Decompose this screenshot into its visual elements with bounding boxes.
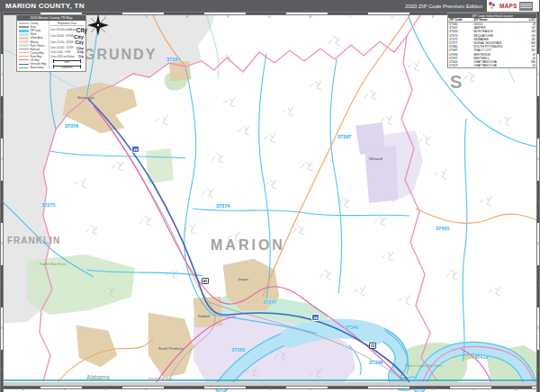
population-class-row: Cities 4,999 and BelowCity [50, 55, 84, 58]
grid-row-label: 3 [1, 115, 3, 119]
population-range: Cities 25,000 - 49,999 [50, 41, 73, 44]
us-highway-shield-icon: 72 [369, 343, 376, 349]
title-bar: MARION COUNTY, TN 2020 ZIP Code Premium … [0, 0, 540, 12]
grid-row-label: 9 [1, 369, 3, 372]
grid-column-label: I [350, 388, 351, 391]
grid-column-label: E [186, 15, 188, 19]
logo-address-box [519, 2, 533, 11]
grid-column-label: F [228, 388, 230, 391]
legend-swatch [19, 52, 29, 53]
logo-art-icon [489, 2, 498, 10]
grid-column-label: K [432, 15, 434, 19]
grid-column-label: B [64, 388, 66, 391]
grid-column-label: G [268, 388, 271, 391]
population-city-sample: City [74, 34, 84, 40]
legend-swatch [19, 67, 29, 68]
grid-row-label: 1 [537, 31, 539, 34]
map-document: MARION COUNTY, TN 2020 ZIP Code Premium … [0, 0, 540, 392]
grid-column-label: J [392, 15, 393, 19]
population-range: Over 100,000 and Above [50, 29, 76, 31]
zip-index-table: ZIP Code Index/Grid Locator ZIP CodeZIP … [447, 13, 537, 68]
population-class-row: Over 100,000 and AboveCity [50, 27, 84, 34]
legend-population: Population Class Over 100,000 and AboveC… [49, 21, 85, 69]
population-city-sample: City [77, 50, 84, 54]
population-class-row: Cities 50,000 - 99,999City [50, 33, 84, 40]
population-range: Cities 4,999 and Below [50, 56, 75, 58]
grid-row-label: 2 [537, 73, 539, 76]
grid-row-label: 4 [537, 157, 539, 161]
grid-column-label: F [228, 15, 230, 19]
population-range: Cities 50,000 - 99,999 [50, 35, 73, 38]
legend-items: CountyStateZIP CodeWaterUrban AreaMilita… [17, 21, 49, 69]
population-city-sample: City [76, 40, 84, 45]
grid-column-label: K [432, 388, 434, 391]
interstate-shield-icon: 24 [311, 314, 320, 321]
scale-bar [53, 66, 81, 67]
grid-row-label: 1 [1, 31, 3, 34]
map-title: MARION COUNTY, TN [5, 2, 85, 10]
legend-swatch [19, 30, 29, 32]
zip-index-row: 37419CHATTANOOGAL8 [448, 64, 536, 67]
interstate-shield-icon: 24 [131, 146, 140, 153]
grid-row-label: 2 [1, 73, 3, 76]
scale-label: Miles [50, 61, 84, 64]
grid-row-label: 8 [1, 326, 3, 330]
legend-swatch [19, 64, 29, 65]
legend-box: 2020 Marion County, TN Map CountyStateZI… [16, 14, 86, 72]
zip-index-cell: L8 [523, 64, 536, 67]
legend-swatch [19, 33, 29, 36]
legend-swatch [19, 37, 29, 40]
grid-column-label: J [392, 388, 393, 391]
grid-column-label: D [146, 15, 148, 19]
grid-column-label: A [22, 388, 24, 391]
grid-row-label: 3 [537, 115, 539, 119]
scale-row: Miles [50, 60, 84, 64]
grid-row-label: 7 [537, 284, 539, 288]
grid-row-label: 5 [1, 200, 3, 203]
marketmaps-logo: MAPS [487, 0, 539, 12]
legend-swatch [19, 56, 29, 57]
grid-row-label: 6 [1, 242, 3, 245]
grid-column-label: D [146, 388, 148, 391]
scale-label: Kilometers [50, 67, 84, 69]
legend-swatch [19, 44, 29, 47]
zip-index-cell: 37419 [448, 64, 472, 67]
legend-swatch [19, 26, 29, 29]
population-city-sample: City [76, 46, 84, 50]
logo-text: MAPS [500, 3, 518, 9]
grid-column-label: H [310, 388, 312, 391]
legend-item-label: Expressway [31, 66, 44, 69]
grid-column-label: C [104, 388, 107, 391]
scale-bars: MilesKilometers [50, 60, 84, 69]
edition-label: 2020 ZIP Code Premium Edition [405, 4, 482, 9]
grid-row-label: 8 [537, 326, 539, 330]
grid-row-label: 9 [537, 369, 539, 372]
legend-swatch [19, 59, 29, 60]
us-highway-shield-icon: 41 [202, 278, 209, 284]
grid-column-label: E [186, 388, 188, 391]
legend-swatch [19, 40, 29, 43]
legend-swatch [19, 49, 29, 49]
scale-bar [53, 60, 81, 61]
population-header: Population Class [50, 22, 84, 26]
grid-column-label: G [268, 15, 271, 19]
zip-index-cell: CHATTANOOGA [472, 64, 523, 67]
population-city-sample: City [76, 27, 87, 33]
grid-column-label: M [514, 388, 517, 391]
grid-column-label: I [350, 15, 351, 19]
grid-row-label: 7 [1, 284, 3, 288]
scale-row: Kilometers [50, 66, 84, 69]
grid-column-label: L [473, 388, 475, 391]
grid-row-label: 4 [1, 157, 3, 161]
population-city-sample: City [78, 55, 84, 58]
population-range: Cities 10,000 - 24,999 [50, 47, 73, 49]
grid-row-label: 6 [537, 242, 539, 245]
legend-swatch [19, 22, 29, 25]
population-range: Cities 5,000 - 9,999 [50, 51, 71, 54]
compass-rose-icon [87, 14, 109, 36]
legend-item: Expressway [19, 66, 48, 69]
grid-column-label: H [310, 15, 312, 19]
grid-row-label: 5 [537, 200, 539, 203]
